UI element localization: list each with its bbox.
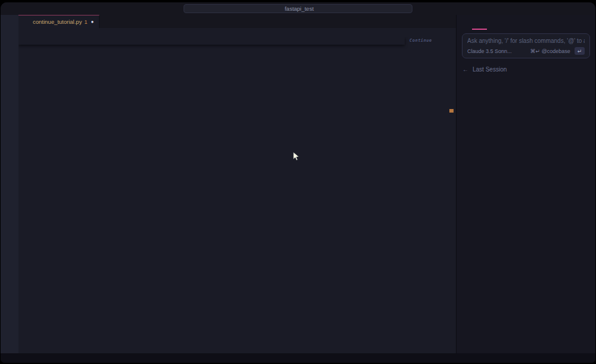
chat-placeholder: Ask anything, '/' for slash commands, '@… xyxy=(467,38,585,44)
command-center-search[interactable]: fastapi_test xyxy=(184,4,412,13)
back-arrow-icon: ← xyxy=(462,66,468,73)
chat-controls: Claude 3.5 Sonn... ⌘↵ @codebase ↵ xyxy=(467,47,585,55)
mouse-cursor xyxy=(293,151,300,161)
continue-panel: Ask anything, '/' for slash commands, '@… xyxy=(456,15,595,353)
search-value: fastapi_test xyxy=(285,5,314,12)
model-name: Claude 3.5 Sonn... xyxy=(467,48,512,54)
minimap[interactable]: Continue xyxy=(405,37,448,353)
python-file-icon xyxy=(24,18,30,25)
tab-continue-tutorial[interactable]: continue_tutorial.py 1 ● xyxy=(18,15,100,28)
last-session-link[interactable]: ← Last Session xyxy=(462,66,589,73)
last-session-label: Last Session xyxy=(473,66,507,73)
breadcrumb[interactable] xyxy=(18,28,456,37)
scrollbar-marker xyxy=(449,109,454,113)
chat-input[interactable]: Ask anything, '/' for slash commands, '@… xyxy=(462,33,590,58)
active-tab-underline xyxy=(472,29,487,30)
title-bar: fastapi_test xyxy=(1,2,595,15)
panel-header xyxy=(457,15,595,30)
editor[interactable]: Continue xyxy=(18,37,456,353)
codebase-shortcut: ⌘↵ @codebase xyxy=(530,48,570,54)
tab-bar: continue_tutorial.py 1 ● xyxy=(18,15,456,28)
activity-bar xyxy=(1,15,18,353)
sticky-scroll-line[interactable] xyxy=(18,37,405,45)
status-bar xyxy=(1,353,595,363)
vscode-window: fastapi_test continue_tutorial.py 1 ● Co… xyxy=(1,2,595,363)
modified-dot-icon: ● xyxy=(91,19,94,24)
submit-button[interactable]: ↵ xyxy=(575,47,585,55)
tab-label: continue_tutorial.py xyxy=(33,18,82,25)
editor-scrollbar[interactable] xyxy=(448,37,456,353)
tab-problem-count: 1 xyxy=(84,19,87,25)
minimap-ascii-art: Continue xyxy=(409,38,432,43)
model-selector[interactable]: Claude 3.5 Sonn... xyxy=(467,48,514,54)
